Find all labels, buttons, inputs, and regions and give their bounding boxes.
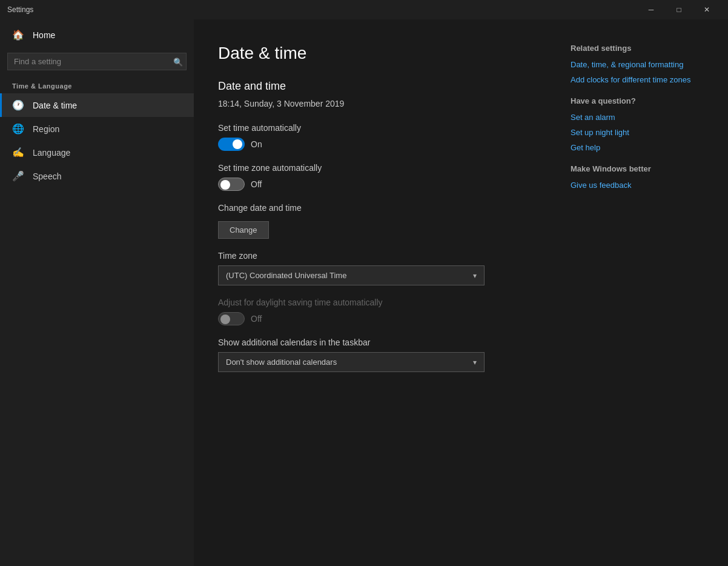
- related-link-get-help[interactable]: Get help: [571, 143, 704, 152]
- search-button[interactable]: 🔍: [173, 57, 183, 66]
- related-settings-title: Related settings: [571, 44, 704, 53]
- date-time-icon: 🕐: [12, 99, 24, 111]
- additional-calendars-dropdown[interactable]: Don't show additional calendars ▾: [218, 352, 485, 372]
- timezone-label: Time zone: [218, 251, 534, 261]
- maximize-button[interactable]: □: [665, 0, 693, 19]
- set-time-auto-toggle[interactable]: [218, 138, 245, 151]
- main-content: Date & time Date and time 18:14, Sunday,…: [194, 19, 728, 566]
- timezone-dropdown[interactable]: (UTC) Coordinated Universal Time ▾: [218, 265, 485, 285]
- sidebar-item-label-language: Language: [33, 148, 70, 158]
- sidebar: 🏠 Home 🔍 Time & Language 🕐 Date & time 🌐…: [0, 19, 194, 566]
- home-icon: 🏠: [12, 29, 24, 41]
- region-icon: 🌐: [12, 123, 24, 135]
- daylight-toggle[interactable]: [218, 312, 245, 325]
- sidebar-item-label-speech: Speech: [33, 171, 61, 181]
- right-panel: Related settings Date, time, & regional …: [534, 44, 704, 542]
- daylight-state: Off: [251, 314, 262, 324]
- minimize-button[interactable]: ─: [637, 0, 665, 19]
- language-icon: ✍: [12, 147, 24, 158]
- timezone-value: (UTC) Coordinated Universal Time: [226, 271, 346, 280]
- sidebar-item-date-time[interactable]: 🕐 Date & time: [0, 93, 194, 117]
- set-timezone-auto-toggle-row: Off: [218, 178, 534, 191]
- daylight-label: Adjust for daylight saving time automati…: [218, 298, 534, 307]
- set-time-auto-state: On: [251, 139, 262, 149]
- change-date-row: Change date and time Change: [218, 203, 534, 239]
- sidebar-item-label-region: Region: [33, 124, 59, 134]
- related-link-set-alarm[interactable]: Set an alarm: [571, 113, 704, 122]
- sidebar-item-language[interactable]: ✍ Language: [0, 141, 194, 164]
- set-time-auto-toggle-row: On: [218, 138, 534, 151]
- set-time-auto-row: Set time automatically On: [218, 123, 534, 151]
- sidebar-home[interactable]: 🏠 Home: [0, 19, 194, 50]
- daylight-row: Adjust for daylight saving time automati…: [218, 298, 534, 325]
- additional-calendars-label: Show additional calendars in the taskbar: [218, 338, 534, 347]
- related-link-date-regional[interactable]: Date, time, & regional formatting: [571, 60, 704, 69]
- set-timezone-auto-state: Off: [251, 179, 262, 189]
- have-question-title: Have a question?: [571, 96, 704, 105]
- sidebar-item-label-date-time: Date & time: [33, 101, 77, 110]
- current-datetime: 18:14, Sunday, 3 November 2019: [218, 99, 534, 108]
- set-time-auto-label: Set time automatically: [218, 123, 534, 133]
- sidebar-home-label: Home: [33, 30, 55, 40]
- page-title: Date & time: [218, 44, 534, 63]
- make-better-title: Make Windows better: [571, 164, 704, 173]
- additional-calendars-row: Show additional calendars in the taskbar…: [218, 338, 534, 372]
- related-link-give-feedback[interactable]: Give us feedback: [571, 181, 704, 190]
- search-box: 🔍: [7, 53, 187, 70]
- change-date-label: Change date and time: [218, 203, 534, 213]
- app-layout: 🏠 Home 🔍 Time & Language 🕐 Date & time 🌐…: [0, 19, 728, 566]
- set-timezone-auto-thumb: [220, 180, 230, 190]
- related-link-night-light[interactable]: Set up night light: [571, 128, 704, 137]
- related-link-add-clocks[interactable]: Add clocks for different time zones: [571, 75, 704, 84]
- additional-calendars-arrow: ▾: [473, 358, 477, 367]
- speech-icon: 🎤: [12, 170, 24, 182]
- change-button[interactable]: Change: [218, 221, 269, 239]
- set-time-auto-thumb: [233, 139, 242, 149]
- app-title: Settings: [7, 5, 33, 14]
- window-controls: ─ □ ✕: [637, 0, 721, 19]
- content-area: Date & time Date and time 18:14, Sunday,…: [218, 44, 534, 542]
- titlebar: Settings ─ □ ✕: [0, 0, 728, 19]
- set-timezone-auto-toggle[interactable]: [218, 178, 245, 191]
- timezone-row: Time zone (UTC) Coordinated Universal Ti…: [218, 251, 534, 285]
- additional-calendars-value: Don't show additional calendars: [226, 358, 337, 367]
- section-title: Date and time: [218, 80, 534, 93]
- daylight-thumb: [220, 315, 230, 324]
- close-button[interactable]: ✕: [693, 0, 721, 19]
- daylight-toggle-row: Off: [218, 312, 534, 325]
- sidebar-section-label: Time & Language: [0, 75, 194, 93]
- sidebar-item-speech[interactable]: 🎤 Speech: [0, 164, 194, 188]
- set-timezone-auto-row: Set time zone automatically Off: [218, 163, 534, 191]
- set-timezone-auto-label: Set time zone automatically: [218, 163, 534, 173]
- sidebar-item-region[interactable]: 🌐 Region: [0, 117, 194, 141]
- timezone-dropdown-arrow: ▾: [473, 271, 477, 280]
- search-input[interactable]: [7, 53, 187, 70]
